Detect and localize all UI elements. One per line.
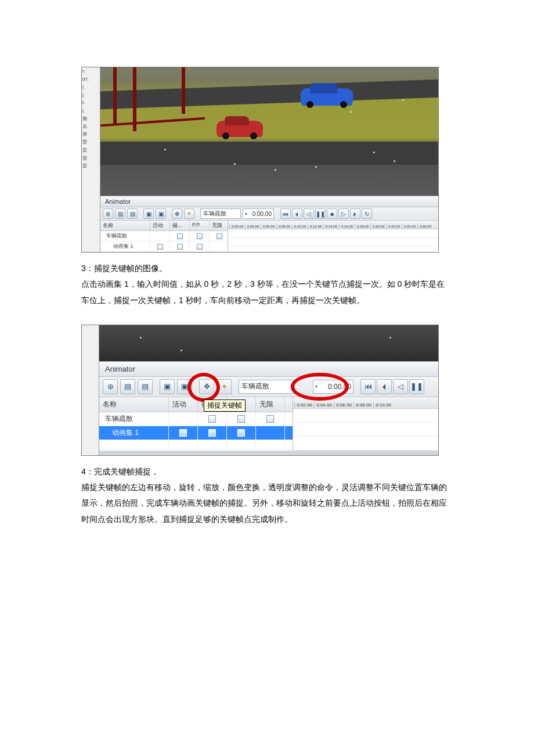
- group-icon[interactable]: ▣: [160, 379, 175, 394]
- side-label: 07.: [82, 77, 99, 82]
- side-label: 帚: [82, 132, 99, 138]
- side-label: |: [82, 108, 99, 114]
- animator-toolbar: ⊕ ▤ ▤ ▣ ▣ ✥ ⌖ 车辆疏散 ▾ 0:00.00: [99, 377, 438, 397]
- side-label: t:: [82, 100, 99, 106]
- play-icon[interactable]: ▷: [338, 208, 349, 219]
- time-value: 0:00.00: [252, 211, 272, 217]
- group-icon[interactable]: ▣: [156, 208, 166, 219]
- chevron-down-icon[interactable]: ▾: [315, 384, 317, 389]
- tree-icon[interactable]: ▤: [120, 379, 135, 394]
- pause-icon[interactable]: ❚❚: [409, 379, 424, 394]
- loop-icon[interactable]: ↻: [362, 208, 372, 219]
- col-pp[interactable]: P.P.: [190, 221, 210, 231]
- checkbox[interactable]: [237, 415, 245, 423]
- row-name: 动画集 1: [100, 242, 150, 251]
- side-label: 雷: [82, 139, 99, 145]
- group-icon[interactable]: ▣: [143, 208, 154, 219]
- table-row: [99, 440, 293, 449]
- row-name: 动画集 1: [99, 426, 169, 440]
- checkbox[interactable]: [266, 415, 274, 423]
- table-row[interactable]: 车辆疏散: [99, 412, 293, 426]
- col-active[interactable]: 活动: [150, 221, 170, 231]
- capture-keyframe-icon[interactable]: ⌖: [217, 379, 232, 394]
- checkbox[interactable]: [217, 233, 222, 239]
- col-active[interactable]: 活动: [169, 397, 198, 412]
- tooltip-capture-keyframe: 捕捉关键帧: [204, 399, 246, 412]
- time-field[interactable]: ▾ 0:00.00: [243, 208, 274, 219]
- animator-panel: Animator ⊕ ▤ ▤ ▣ ▣ ✥ ⌖ 车辆疏散 ▾ 0:00.00: [100, 196, 438, 252]
- scene-name-field[interactable]: 车辆疏散: [200, 208, 241, 219]
- animator-timeline[interactable]: 0:02.000:04.000:06.000:08.000:10.00: [293, 397, 438, 451]
- col-loop[interactable]: 循...: [170, 221, 190, 231]
- row-name: 车辆疏散: [100, 231, 150, 241]
- tree-icon[interactable]: ▤: [127, 208, 138, 219]
- tree-icon[interactable]: ▤: [115, 208, 125, 219]
- move-icon[interactable]: ✥: [172, 208, 182, 219]
- step3-text: 点击动画集 1，输入时间值，如从 0 秒，2 秒，3 秒等，在没一个关键节点捕捉…: [81, 276, 453, 308]
- viewport-3d[interactable]: [100, 67, 438, 196]
- time-value: 0:00.00: [328, 383, 351, 391]
- checkbox[interactable]: [237, 429, 245, 437]
- col-name[interactable]: 名称: [100, 221, 150, 231]
- side-label: 苗: [82, 147, 99, 153]
- row-name: 车辆疏散: [99, 412, 169, 426]
- first-icon[interactable]: ⏮: [280, 208, 291, 219]
- side-label: 苗: [82, 163, 99, 169]
- col-inf[interactable]: 无限: [256, 397, 285, 412]
- globe-icon[interactable]: ⊕: [103, 208, 113, 219]
- table-row[interactable]: 车辆疏散: [100, 231, 228, 242]
- step3-title: 3：捕捉关键帧的图像。: [81, 261, 453, 276]
- figure-1: t: 07. | | t: | 测 兑 帚 雷 苗 雷 苗: [81, 67, 439, 253]
- animator-panel: Animator ⊕ ▤ ▤ ▣ ▣ ✥ ⌖ 车辆疏散 ▾ 0:: [99, 361, 438, 451]
- back-icon[interactable]: ◁: [393, 379, 408, 394]
- car-red: [217, 121, 263, 137]
- col-name[interactable]: 名称: [99, 397, 169, 412]
- checkbox[interactable]: [177, 233, 183, 239]
- back-icon[interactable]: ◁: [304, 208, 314, 219]
- checkbox[interactable]: [157, 244, 163, 250]
- checkbox[interactable]: [208, 415, 216, 423]
- tree-icon[interactable]: ▤: [138, 379, 153, 394]
- checkbox[interactable]: [177, 244, 183, 250]
- checkbox[interactable]: [197, 233, 203, 239]
- step4-text: 捕捉关键帧的左边有移动，旋转，缩放，颜色变换，透明度调整的命令，灵活调整不同关键…: [81, 480, 453, 527]
- col-inf[interactable]: 无限: [210, 221, 229, 231]
- fig2-sidebar: [82, 325, 99, 455]
- move-icon[interactable]: ✥: [199, 379, 214, 394]
- table-row[interactable]: 动画集 1: [100, 242, 228, 252]
- prev-icon[interactable]: ⏴: [377, 379, 392, 394]
- table-row-selected[interactable]: 动画集 1: [99, 426, 293, 440]
- next-icon[interactable]: ⏵: [350, 208, 360, 219]
- animator-toolbar: ⊕ ▤ ▤ ▣ ▣ ✥ ⌖ 车辆疏散 ▾ 0:00.00: [100, 207, 438, 221]
- globe-icon[interactable]: ⊕: [103, 379, 118, 394]
- animator-title: Animator: [100, 196, 438, 207]
- viewport-strip[interactable]: [99, 325, 438, 361]
- checkbox[interactable]: [208, 429, 216, 437]
- side-label: 雷: [82, 156, 99, 161]
- figure-2: Animator ⊕ ▤ ▤ ▣ ▣ ✥ ⌖ 车辆疏散 ▾ 0:: [81, 325, 439, 456]
- scene-name-field[interactable]: 车辆疏散: [239, 380, 293, 394]
- capture-keyframe-icon[interactable]: ⌖: [184, 208, 194, 219]
- side-label: |: [82, 84, 99, 90]
- prev-icon[interactable]: ⏴: [292, 208, 302, 219]
- checkbox[interactable]: [197, 244, 203, 250]
- side-label: t:: [82, 69, 99, 74]
- time-field[interactable]: ▾ 0:00.00: [313, 380, 353, 394]
- animator-tree: 名称 活动 循... P.P. 无限 车辆疏散: [99, 397, 293, 451]
- animator-timeline[interactable]: 0:02.000:04.000:06.000:08.000:10.000:12.…: [228, 221, 438, 252]
- side-label: |: [82, 92, 99, 98]
- step4-title: 4：完成关键帧捕捉，: [81, 464, 453, 480]
- first-icon[interactable]: ⏮: [360, 379, 376, 394]
- stop-icon[interactable]: ■: [327, 208, 337, 219]
- animator-tree: 名称 活动 循... P.P. 无限 车辆疏散: [100, 221, 228, 252]
- group-icon[interactable]: ▣: [177, 379, 192, 394]
- pause-icon[interactable]: ❚❚: [315, 208, 326, 219]
- fig1-sidebar: t: 07. | | t: | 测 兑 帚 雷 苗 雷 苗: [82, 67, 100, 252]
- timeline-ruler: 0:02.000:04.000:06.000:08.000:10.000:12.…: [228, 221, 438, 229]
- car-blue: [301, 88, 353, 106]
- side-label: 兑: [82, 124, 99, 129]
- chevron-down-icon[interactable]: ▾: [245, 211, 247, 217]
- side-label: 测: [82, 116, 99, 122]
- checkbox[interactable]: [179, 429, 187, 437]
- animator-title: Animator: [99, 362, 438, 377]
